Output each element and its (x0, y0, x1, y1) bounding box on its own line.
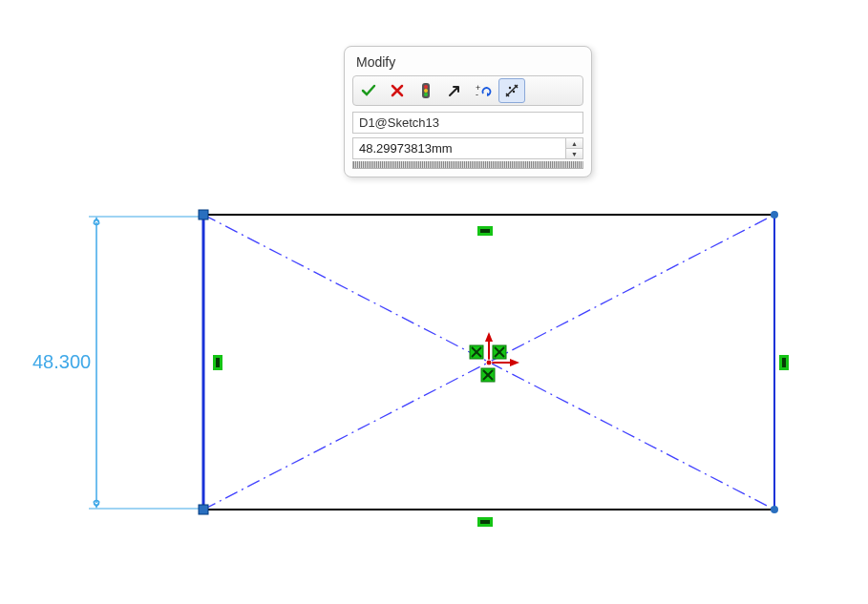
svg-point-17 (513, 91, 515, 93)
dimension-name-field[interactable]: D1@Sketch13 (352, 112, 583, 134)
value-spinner: ▲ ▼ (565, 138, 582, 158)
thumbwheel[interactable] (352, 161, 583, 169)
svg-rect-2 (216, 358, 220, 367)
modify-toolbar: + - (352, 75, 583, 106)
sketch-point[interactable] (771, 506, 778, 513)
svg-point-16 (509, 87, 511, 89)
dimension-mark-icon (504, 83, 519, 98)
modify-dialog: Modify + - (344, 46, 592, 177)
reverse-direction-button[interactable] (441, 78, 468, 103)
mark-dimension-button[interactable] (498, 78, 525, 103)
sketch-point[interactable] (199, 210, 208, 219)
svg-rect-1 (480, 520, 490, 524)
spin-down-button[interactable]: ▼ (566, 149, 582, 158)
svg-rect-0 (480, 229, 490, 233)
reset-spin-button[interactable]: + - (470, 78, 497, 103)
svg-rect-3 (782, 358, 786, 367)
sketch-point[interactable] (199, 505, 208, 514)
plus-minus-reset-icon: + - (475, 83, 492, 98)
cancel-button[interactable] (384, 78, 411, 103)
dimension-value-input[interactable] (353, 138, 565, 158)
svg-text:-: - (476, 90, 478, 98)
svg-point-12 (424, 89, 428, 93)
confirm-button[interactable] (355, 78, 382, 103)
arrow-up-right-icon (447, 83, 462, 98)
svg-point-13 (424, 93, 428, 96)
dialog-title: Modify (352, 52, 583, 75)
dimension-value-row: ▲ ▼ (352, 137, 583, 159)
check-icon (361, 83, 376, 98)
sketch-point[interactable] (771, 211, 778, 219)
close-icon (391, 84, 404, 97)
spin-up-button[interactable]: ▲ (566, 138, 582, 149)
traffic-light-icon (419, 82, 433, 99)
rebuild-button[interactable] (413, 78, 439, 103)
svg-point-11 (424, 85, 428, 89)
dimension-value-display[interactable]: 48.300 (32, 351, 91, 373)
origin-point[interactable] (486, 360, 492, 365)
